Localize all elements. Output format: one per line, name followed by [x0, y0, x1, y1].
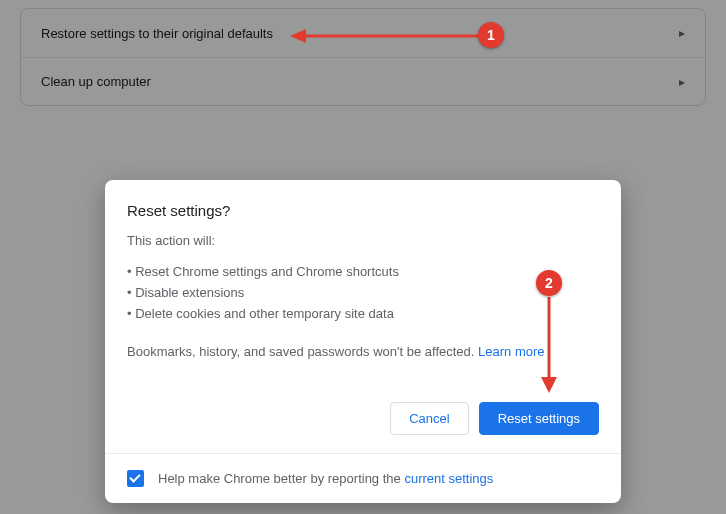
- cancel-button[interactable]: Cancel: [390, 402, 468, 435]
- annotation-badge-1: 1: [478, 22, 504, 48]
- learn-more-link[interactable]: Learn more: [478, 344, 544, 359]
- help-reporting-label: Help make Chrome better by reporting the…: [158, 471, 493, 486]
- dialog-lead: This action will:: [127, 233, 599, 248]
- current-settings-link[interactable]: current settings: [404, 471, 493, 486]
- reset-settings-dialog: Reset settings? This action will: • Rese…: [105, 180, 621, 503]
- dialog-note: Bookmarks, history, and saved passwords …: [127, 342, 599, 362]
- help-reporting-checkbox[interactable]: [127, 470, 144, 487]
- annotation-badge-2: 2: [536, 270, 562, 296]
- dialog-bullets: • Reset Chrome settings and Chrome short…: [127, 262, 599, 324]
- dialog-title: Reset settings?: [127, 202, 599, 219]
- bullet-item: • Reset Chrome settings and Chrome short…: [127, 262, 599, 283]
- bullet-item: • Disable extensions: [127, 283, 599, 304]
- modal-overlay: Reset settings? This action will: • Rese…: [0, 0, 726, 514]
- reset-settings-button[interactable]: Reset settings: [479, 402, 599, 435]
- bullet-item: • Delete cookies and other temporary sit…: [127, 304, 599, 325]
